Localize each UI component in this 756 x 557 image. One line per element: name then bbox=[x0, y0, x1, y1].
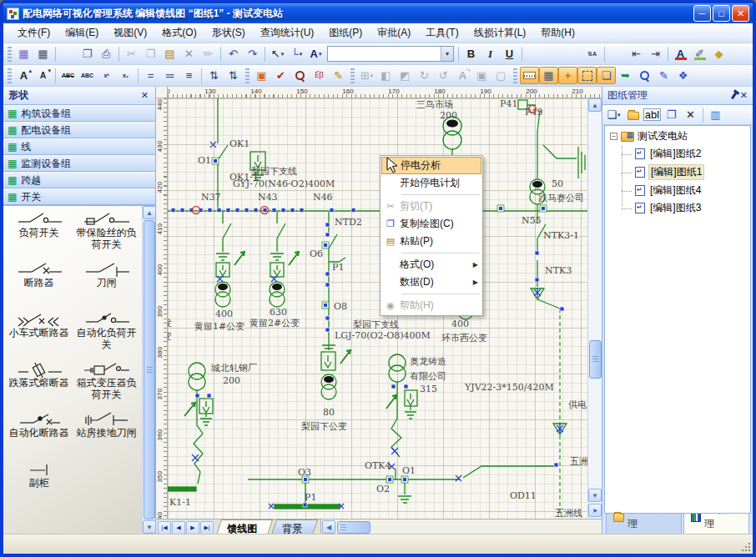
pointer-tool-icon[interactable]: ↖▾ bbox=[268, 45, 287, 63]
line-spacing-15-icon[interactable]: ═ bbox=[160, 67, 179, 84]
collapse-icon[interactable]: − bbox=[610, 133, 617, 140]
menu-item[interactable]: 查询统计(U) bbox=[253, 23, 322, 43]
scrollbar-thumb[interactable] bbox=[144, 220, 155, 519]
last-page-button[interactable]: ▶| bbox=[200, 521, 214, 534]
space-before-icon[interactable]: ⇅ bbox=[204, 67, 224, 84]
context-menu-item[interactable]: 格式(O)▶ bbox=[381, 256, 481, 273]
align-center-icon[interactable] bbox=[544, 45, 563, 63]
close-icon[interactable]: ✕ bbox=[139, 90, 150, 101]
shape-fuse-load-switch[interactable]: 带保险丝的负荷开关 bbox=[73, 209, 140, 259]
line-spacing-1-icon[interactable]: = bbox=[141, 67, 160, 84]
font-combo[interactable]: ▾ bbox=[327, 46, 454, 62]
menu-item[interactable]: 工具(T) bbox=[418, 23, 466, 43]
shape-knife-switch[interactable]: 刀闸 bbox=[73, 259, 140, 309]
italic-icon[interactable]: I bbox=[481, 45, 500, 63]
bullet-list-icon[interactable] bbox=[607, 45, 627, 63]
search-drawing-icon[interactable] bbox=[290, 67, 310, 84]
tree-page-label[interactable]: [编辑]图纸2 bbox=[648, 147, 703, 161]
tree-page-label[interactable]: [编辑]图纸1 bbox=[648, 164, 704, 180]
scroll-down-icon[interactable]: ▼ bbox=[588, 489, 602, 502]
stamp-icon[interactable]: 印 bbox=[310, 67, 329, 84]
zoom-pan-icon[interactable] bbox=[635, 67, 654, 84]
context-menu-item[interactable]: ▤粘贴(P) bbox=[381, 233, 481, 250]
send-drawing-icon[interactable]: ▥ bbox=[706, 106, 725, 123]
tree-page-label[interactable]: [编辑]图纸4 bbox=[648, 183, 703, 198]
shape-dropout-fuse[interactable]: 跌落式熔断器 bbox=[5, 359, 73, 409]
spellname-icon[interactable]: ABC bbox=[78, 67, 97, 84]
scroll-up-icon[interactable]: ▲ bbox=[143, 206, 155, 219]
undo-icon[interactable]: ↶ bbox=[224, 45, 243, 63]
exit-edit-icon[interactable]: ➥ bbox=[616, 67, 635, 84]
context-menu-item[interactable]: 开始停电计划 bbox=[381, 174, 481, 192]
line-spacing-2-icon[interactable]: ≡ bbox=[179, 67, 199, 84]
first-page-button[interactable]: |◀ bbox=[158, 521, 171, 534]
scrollbar-thumb[interactable] bbox=[589, 340, 602, 379]
tree-page-item[interactable]: [编辑]图纸1 bbox=[633, 163, 750, 182]
audit-check-icon[interactable]: ✔ bbox=[271, 67, 290, 84]
open-page-icon[interactable] bbox=[623, 106, 643, 123]
data-manager-icon[interactable]: ▦ bbox=[33, 45, 53, 63]
subscript-icon[interactable]: x₂ bbox=[116, 67, 135, 84]
maximize-button[interactable]: □ bbox=[713, 5, 730, 22]
properties-icon[interactable]: ✎ bbox=[654, 67, 673, 84]
save-icon[interactable] bbox=[58, 45, 78, 63]
scroll-down-icon[interactable]: ▼ bbox=[143, 520, 155, 534]
shape-station-ground-knife[interactable]: 站房接地刀闸 bbox=[73, 409, 140, 459]
shape-group-2[interactable]: ▦配电设备组 bbox=[3, 122, 155, 138]
superscript-icon[interactable]: x² bbox=[97, 67, 116, 84]
menu-item[interactable]: 格式(O) bbox=[154, 23, 204, 43]
indent-icon[interactable]: ⇥ bbox=[646, 45, 665, 63]
next-page-button[interactable]: ▶ bbox=[186, 521, 199, 534]
device-view-icon[interactable]: ▣ bbox=[252, 67, 271, 84]
edit-note-icon[interactable]: ✎ bbox=[329, 67, 348, 84]
print-icon[interactable]: ⎙ bbox=[97, 45, 116, 63]
rename-page-icon[interactable]: abl bbox=[643, 106, 662, 123]
tree-page-item[interactable]: [编辑]图纸3 bbox=[633, 199, 750, 217]
tree-page-item[interactable]: [编辑]图纸2 bbox=[633, 145, 750, 163]
expand-icon[interactable]: ➤ bbox=[588, 504, 602, 517]
menu-item[interactable]: 图纸(P) bbox=[321, 23, 370, 43]
shape-trolley-breaker[interactable]: 小车式断路器 bbox=[5, 309, 73, 359]
context-menu-item[interactable]: ❐复制绘图(C) bbox=[381, 215, 481, 233]
grid-toggle-icon[interactable]: ▦ bbox=[539, 67, 558, 84]
shape-auto-breaker[interactable]: 自动化断路器 bbox=[5, 409, 73, 459]
shape-group-6[interactable]: ▦开关 bbox=[3, 188, 155, 205]
connection-points-toggle-icon[interactable] bbox=[577, 67, 597, 84]
drawing-page-icon[interactable]: ❏ bbox=[597, 67, 616, 84]
shape-aux-cabinet[interactable]: 副柜 bbox=[5, 459, 73, 509]
grow-font-icon[interactable]: A▴ bbox=[14, 67, 33, 84]
underline-icon[interactable]: U bbox=[500, 45, 519, 63]
copy-page-icon[interactable]: ❐ bbox=[662, 106, 681, 123]
new-page-icon[interactable]: ❏▾ bbox=[604, 106, 623, 123]
line-color-icon[interactable]: ✐ bbox=[690, 45, 709, 63]
shape-group-1[interactable]: ▦构筑设备组 bbox=[3, 105, 155, 122]
shape-breaker[interactable]: 断路器 bbox=[5, 259, 73, 309]
outdent-icon[interactable]: ⇤ bbox=[627, 45, 646, 63]
pin-icon[interactable] bbox=[731, 92, 737, 98]
delete-page-icon[interactable]: ✕ bbox=[681, 106, 700, 123]
close-icon[interactable]: ✕ bbox=[740, 90, 748, 101]
menu-item[interactable]: 形状(S) bbox=[204, 23, 253, 43]
scroll-left-icon[interactable]: ◀ bbox=[322, 520, 335, 534]
page-preview-icon[interactable]: ❐ bbox=[78, 45, 97, 63]
tree-root-label[interactable]: 测试变电站 bbox=[638, 129, 688, 143]
resize-grip[interactable] bbox=[741, 542, 751, 552]
delete-icon[interactable]: ✕ bbox=[179, 45, 199, 63]
font-color-icon[interactable]: A bbox=[671, 45, 690, 63]
space-after-icon[interactable]: ⇅ bbox=[224, 67, 243, 84]
move-shape-icon[interactable]: ❖ bbox=[673, 67, 693, 84]
align-left-icon[interactable] bbox=[525, 45, 544, 63]
menu-item[interactable]: 线损计算(L) bbox=[466, 23, 534, 43]
tree-page-item[interactable]: [编辑]图纸4 bbox=[633, 182, 750, 199]
menu-item[interactable]: 帮助(H) bbox=[533, 23, 582, 43]
connector-tool-icon[interactable]: └▾ bbox=[287, 45, 306, 63]
menu-item[interactable]: 审批(A) bbox=[370, 23, 418, 43]
align-right-icon[interactable] bbox=[563, 45, 582, 63]
drawing-canvas[interactable]: 三鸟市场200P41P49OK1O1OK1-1梨园下支线GYJ-70(N46-O… bbox=[168, 98, 587, 519]
minimize-button[interactable]: ─ bbox=[693, 5, 711, 22]
vertical-text-icon[interactable]: ⇅A bbox=[582, 45, 602, 63]
insert-model-icon[interactable]: ▦ bbox=[14, 45, 33, 63]
paste-icon[interactable]: ▤ bbox=[160, 45, 179, 63]
scroll-up-icon[interactable]: ▲ bbox=[588, 98, 602, 112]
context-menu-item[interactable]: 数据(D)▶ bbox=[381, 273, 481, 291]
